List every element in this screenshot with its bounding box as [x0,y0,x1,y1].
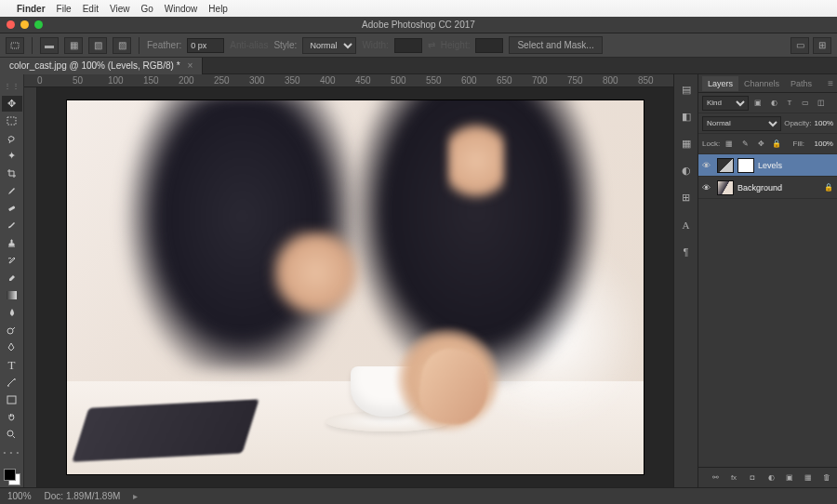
add-selection-icon[interactable]: ▦ [64,37,83,54]
fx-icon[interactable]: fx [727,471,740,484]
filter-smart-icon[interactable]: ◫ [815,97,828,110]
gradient-tool[interactable] [2,287,22,304]
minimize-icon[interactable] [20,20,29,29]
menu-go[interactable]: Go [140,4,153,14]
toolbox: ⋮⋮ ✥ ✦ T • • • [0,74,24,487]
heal-tool[interactable] [2,200,22,217]
document-tab[interactable]: color_cast.jpg @ 100% (Levels, RGB/8) * … [0,58,203,74]
new-layer-icon[interactable]: ▦ [802,471,815,484]
adjustments-panel-icon[interactable]: ◐ [678,163,695,179]
history-brush-tool[interactable] [2,252,22,269]
filter-image-icon[interactable]: ▣ [751,97,764,110]
marquee-tool[interactable] [2,113,22,129]
adjustment-icon[interactable]: ◐ [764,471,777,484]
path-tool[interactable] [2,374,22,391]
hand-tool[interactable] [2,409,22,426]
menu-view[interactable]: View [110,4,130,14]
zoom-tool[interactable] [2,427,22,444]
search-icon[interactable]: ⊞ [813,37,831,54]
style-select[interactable]: Normal [302,37,356,54]
filter-type-icon[interactable]: T [783,97,796,110]
subtract-selection-icon[interactable]: ▧ [88,37,107,54]
grip-icon[interactable]: ⋮⋮ [2,78,22,95]
lock-transparent-icon[interactable]: ▦ [723,138,736,151]
menu-file[interactable]: File [57,4,72,14]
layer-levels[interactable]: 👁 Levels [698,154,837,177]
visibility-icon[interactable]: 👁 [702,183,713,192]
tab-label: color_cast.jpg @ 100% (Levels, RGB/8) * [9,60,180,71]
canvas-area: 0501001502002503003504004505005506006507… [24,74,673,487]
new-selection-icon[interactable]: ▬ [40,37,59,54]
move-tool[interactable]: ✥ [2,96,22,113]
wand-tool[interactable]: ✦ [2,148,22,165]
close-icon[interactable] [7,20,15,29]
brush-tool[interactable] [2,218,22,234]
layer-thumb [717,180,734,195]
fg-color[interactable] [4,469,16,481]
tab-close-icon[interactable]: × [188,60,193,71]
width-input [394,38,422,53]
paragraph-panel-icon[interactable]: ¶ [678,244,695,259]
tab-paths[interactable]: Paths [785,76,817,91]
type-tool[interactable]: T [2,357,22,374]
tab-layers[interactable]: Layers [702,76,738,91]
panel-menu-icon[interactable]: ≡ [828,78,837,88]
filter-shape-icon[interactable]: ▭ [799,97,812,110]
tab-channels[interactable]: Channels [738,76,785,91]
delete-layer-icon[interactable]: 🗑 [820,471,833,484]
dodge-tool[interactable] [2,322,22,338]
lock-label: Lock: [702,139,720,148]
group-icon[interactable]: ▣ [783,471,796,484]
menu-window[interactable]: Window [165,4,198,14]
layer-filter-select[interactable]: Kind [702,96,749,111]
menu-edit[interactable]: Edit [83,4,99,14]
color-swatch[interactable] [2,467,22,487]
options-bar: ▬ ▦ ▧ ▨ Feather: Anti-alias Style: Norma… [0,33,837,58]
panel-tabs: Layers Channels Paths ≡ [698,74,837,93]
svg-rect-2 [8,206,16,211]
eraser-tool[interactable] [2,270,22,286]
document-tab-bar: color_cast.jpg @ 100% (Levels, RGB/8) * … [0,58,837,74]
intersect-selection-icon[interactable]: ▨ [113,37,131,54]
blend-mode-select[interactable]: Normal [702,116,781,131]
stamp-tool[interactable] [2,235,22,252]
pen-tool[interactable] [2,339,22,356]
lock-position-icon[interactable]: ✥ [754,138,767,151]
mask-icon[interactable]: ◘ [746,471,759,484]
link-layers-icon[interactable]: ⚯ [709,471,722,484]
style-label: Style: [273,40,297,50]
crop-tool[interactable] [2,166,22,182]
lock-icon[interactable]: 🔒 [824,183,833,192]
doc-info[interactable]: Doc: 1.89M/1.89M [45,491,121,501]
workspace-icon[interactable]: ▭ [790,37,809,54]
zoom-value[interactable]: 100% [7,491,32,501]
fill-value[interactable]: 100% [815,139,833,148]
feather-input[interactable] [187,38,224,53]
tool-dots-icon[interactable]: • • • [2,444,22,460]
layer-name[interactable]: Background [737,183,782,192]
layer-background[interactable]: 👁 Background 🔒 [698,177,837,199]
lock-pixels-icon[interactable]: ✎ [738,138,751,151]
canvas[interactable] [37,87,673,487]
styles-panel-icon[interactable]: ⊞ [678,190,695,206]
lasso-tool[interactable] [2,130,22,147]
menu-help[interactable]: Help [208,4,228,14]
zoom-icon[interactable] [34,20,43,29]
swatches-panel-icon[interactable]: ▦ [678,136,695,152]
tool-preset-icon[interactable] [6,37,24,54]
window-titlebar: Adobe Photoshop CC 2017 [0,17,837,33]
filter-adjust-icon[interactable]: ◐ [767,97,780,110]
character-panel-icon[interactable]: A [678,217,695,232]
opacity-value[interactable]: 100% [815,119,833,127]
blur-tool[interactable] [2,305,22,322]
color-panel-icon[interactable]: ◧ [678,109,695,125]
eyedropper-tool[interactable] [2,182,22,199]
status-arrow-icon[interactable]: ▸ [133,491,138,501]
menubar-app[interactable]: Finder [17,4,46,14]
visibility-icon[interactable]: 👁 [702,161,713,170]
lock-all-icon[interactable]: 🔒 [770,138,783,151]
layer-name[interactable]: Levels [758,161,782,170]
select-and-mask-button[interactable]: Select and Mask... [509,36,602,54]
history-panel-icon[interactable]: ▤ [678,82,695,98]
rectangle-tool[interactable] [2,391,22,408]
